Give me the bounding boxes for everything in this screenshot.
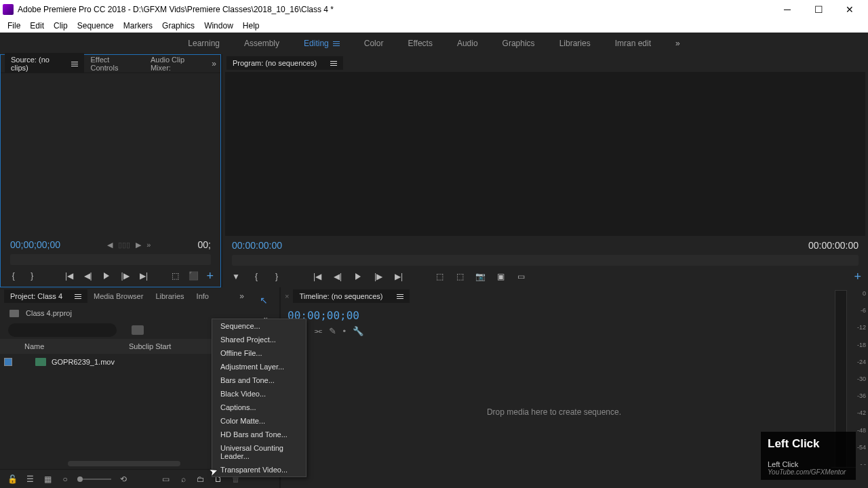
linked-icon[interactable]: ⫘ bbox=[313, 326, 322, 336]
workspace-effects[interactable]: Effects bbox=[395, 33, 444, 54]
compare-icon[interactable]: ▣ bbox=[494, 270, 507, 283]
play-button[interactable] bbox=[351, 270, 365, 283]
extract-icon[interactable]: ⬚ bbox=[453, 270, 467, 283]
go-to-out-icon[interactable]: ▶| bbox=[392, 270, 406, 283]
zoom-slider[interactable] bbox=[77, 479, 111, 480]
item-checkbox[interactable] bbox=[4, 358, 12, 366]
search-input[interactable] bbox=[8, 323, 117, 337]
menu-color-matte[interactable]: Color Matte... bbox=[212, 414, 306, 428]
menu-black-video[interactable]: Black Video... bbox=[212, 387, 306, 401]
tab-media-browser[interactable]: Media Browser bbox=[87, 289, 149, 303]
workspace-imran[interactable]: Imran edit bbox=[603, 33, 663, 54]
menu-bars-tone[interactable]: Bars and Tone... bbox=[212, 373, 306, 387]
close-tab-icon[interactable]: × bbox=[285, 292, 289, 300]
tab-libraries[interactable]: Libraries bbox=[149, 289, 190, 303]
fit-button[interactable]: ◀ bbox=[107, 241, 113, 249]
close-button[interactable]: ✕ bbox=[834, 0, 865, 19]
menu-sequence[interactable]: Sequence... bbox=[212, 319, 306, 333]
panel-overflow[interactable]: » bbox=[212, 59, 216, 68]
workspace-editing[interactable]: Editing bbox=[292, 33, 352, 54]
workspace-libraries[interactable]: Libraries bbox=[547, 33, 603, 54]
menu-help[interactable]: Help bbox=[238, 20, 264, 32]
step-back-icon[interactable]: ◀| bbox=[82, 269, 94, 283]
settings-icon[interactable]: • bbox=[343, 326, 347, 336]
maximize-button[interactable]: ☐ bbox=[803, 0, 834, 19]
menu-graphics[interactable]: Graphics bbox=[157, 20, 199, 32]
source-timecode-in[interactable]: 00;00;00;00 bbox=[10, 239, 60, 250]
settings-icon[interactable]: ▶ bbox=[136, 241, 141, 249]
hamburger-icon[interactable] bbox=[397, 294, 403, 299]
go-to-out-icon[interactable]: ▶| bbox=[138, 269, 149, 283]
menu-edit[interactable]: Edit bbox=[25, 20, 49, 32]
menu-clip[interactable]: Clip bbox=[49, 20, 73, 32]
new-bin-button[interactable]: 🗀 bbox=[195, 474, 206, 485]
hamburger-icon[interactable] bbox=[75, 294, 81, 299]
menu-markers[interactable]: Markers bbox=[119, 20, 157, 32]
safe-margins-icon[interactable]: ▭ bbox=[514, 270, 528, 283]
menu-hd-bars-tone[interactable]: HD Bars and Tone... bbox=[212, 428, 306, 441]
resolution-dropdown[interactable]: ▯▯▯ bbox=[118, 241, 130, 249]
workspace-color[interactable]: Color bbox=[352, 33, 396, 54]
mark-in-icon[interactable]: { bbox=[250, 270, 263, 283]
sort-icon[interactable]: ⟲ bbox=[118, 474, 129, 485]
lift-icon[interactable]: ⬚ bbox=[433, 270, 446, 283]
menu-adjustment-layer[interactable]: Adjustment Layer... bbox=[212, 360, 306, 373]
step-back-icon[interactable]: ◀| bbox=[331, 270, 344, 283]
menu-file[interactable]: File bbox=[3, 20, 25, 32]
find-icon[interactable]: ⌕ bbox=[178, 474, 189, 485]
automate-icon[interactable]: ▭ bbox=[160, 474, 171, 485]
hamburger-icon[interactable] bbox=[71, 62, 78, 66]
minimize-button[interactable]: ─ bbox=[772, 0, 803, 19]
program-monitor[interactable] bbox=[225, 72, 865, 236]
hamburger-icon[interactable] bbox=[333, 41, 340, 46]
menu-transparent-video[interactable]: Transparent Video... bbox=[212, 463, 306, 476]
menu-captions[interactable]: Captions... bbox=[212, 401, 306, 414]
workspace-audio[interactable]: Audio bbox=[445, 33, 490, 54]
hamburger-icon[interactable] bbox=[330, 61, 337, 66]
tab-project[interactable]: Project: Class 4 bbox=[4, 289, 87, 303]
col-name[interactable]: Name bbox=[0, 342, 122, 350]
tab-audio-clip-mixer[interactable]: Audio Clip Mixer: bbox=[144, 53, 212, 75]
tab-timeline[interactable]: Timeline: (no sequences) bbox=[293, 289, 409, 303]
tab-info[interactable]: Info bbox=[191, 289, 215, 303]
go-to-in-icon[interactable]: |◀ bbox=[63, 269, 75, 283]
menu-sequence[interactable]: Sequence bbox=[73, 20, 119, 32]
workspace-graphics[interactable]: Graphics bbox=[490, 33, 547, 54]
menu-window[interactable]: Window bbox=[199, 20, 238, 32]
tab-effect-controls[interactable]: Effect Controls bbox=[84, 53, 144, 75]
tab-program[interactable]: Program: (no sequences) bbox=[226, 56, 343, 70]
icon-view-icon[interactable]: ▦ bbox=[42, 474, 53, 485]
workspace-learning[interactable]: Learning bbox=[176, 33, 232, 54]
settings-icon[interactable]: » bbox=[146, 241, 151, 249]
insert-icon[interactable]: ⬚ bbox=[169, 269, 180, 283]
step-forward-icon[interactable]: |▶ bbox=[119, 269, 131, 283]
overwrite-icon[interactable]: ⬛ bbox=[188, 269, 199, 283]
write-lock-icon[interactable]: 🔓 bbox=[7, 474, 18, 485]
source-scrubber[interactable] bbox=[10, 254, 211, 265]
menu-offline-file[interactable]: Offline File... bbox=[212, 346, 306, 360]
mark-in-icon[interactable]: { bbox=[7, 269, 19, 283]
mark-out-icon[interactable]: } bbox=[270, 270, 283, 283]
step-forward-icon[interactable]: |▶ bbox=[372, 270, 385, 283]
wrench-icon[interactable]: 🔧 bbox=[353, 326, 363, 336]
menu-universal-leader[interactable]: Universal Counting Leader... bbox=[212, 441, 306, 463]
selection-tool[interactable]: ↖ bbox=[255, 293, 273, 308]
timeline-drop-zone[interactable]: Drop media here to create sequence. bbox=[281, 336, 827, 488]
menu-shared-project[interactable]: Shared Project... bbox=[212, 333, 306, 346]
list-view-icon[interactable]: ☰ bbox=[24, 474, 35, 485]
export-frame-icon[interactable]: 📷 bbox=[473, 270, 487, 283]
program-scrubber[interactable] bbox=[232, 255, 859, 266]
add-button[interactable]: + bbox=[854, 270, 861, 284]
new-bin-icon[interactable] bbox=[132, 325, 144, 335]
workspace-assembly[interactable]: Assembly bbox=[232, 33, 292, 54]
tab-source[interactable]: Source: (no clips) bbox=[5, 53, 84, 75]
marker-icon[interactable]: ✎ bbox=[329, 326, 336, 336]
freeform-view-icon[interactable]: ○ bbox=[60, 474, 71, 485]
go-to-in-icon[interactable]: |◀ bbox=[311, 270, 324, 283]
mark-out-icon[interactable]: } bbox=[26, 269, 37, 283]
add-button[interactable]: + bbox=[206, 269, 214, 283]
program-timecode-in[interactable]: 00:00:00:00 bbox=[232, 240, 282, 251]
workspace-overflow[interactable]: » bbox=[663, 39, 692, 48]
project-scrollbar[interactable] bbox=[68, 461, 180, 466]
marker-icon[interactable]: ▼ bbox=[229, 270, 243, 283]
